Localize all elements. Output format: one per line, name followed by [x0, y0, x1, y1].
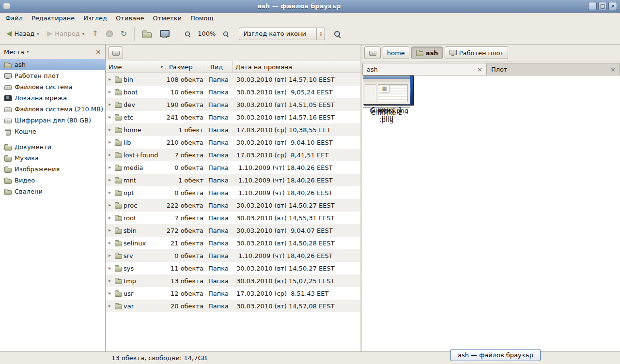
- expander-icon[interactable]: ▶: [108, 254, 113, 258]
- tab-close-icon[interactable]: ×: [610, 66, 616, 73]
- menu-item[interactable]: Редактиране: [27, 14, 79, 23]
- table-row[interactable]: ▶ proc 222 обекта Папка 30.03.2010 (вт) …: [106, 199, 360, 212]
- path-button[interactable]: home: [383, 46, 409, 59]
- zoom-out-button[interactable]: [180, 28, 195, 40]
- close-button[interactable]: ×: [608, 2, 617, 10]
- table-row[interactable]: ▶ opt 0 обекта Папка 1.10.2009 (чт) 18,4…: [106, 186, 360, 199]
- expander-icon[interactable]: ▶: [108, 90, 113, 94]
- places-item[interactable]: Файлова система (210 MB): [0, 104, 105, 115]
- expander-icon[interactable]: ▶: [108, 266, 113, 270]
- expander-icon[interactable]: ▶: [108, 115, 113, 119]
- cell-name: ▶ boot: [106, 88, 166, 96]
- column-header-name[interactable]: Име ▾: [106, 61, 166, 73]
- places-header[interactable]: Места ▾ ×: [0, 45, 105, 59]
- back-button[interactable]: ◀ Назад ▾: [3, 28, 43, 40]
- table-row[interactable]: ▶ root ? обекта Папка 30.03.2010 (вт) 14…: [106, 212, 360, 224]
- table-row[interactable]: ▶ usr 12 обекта Папка 17.03.2010 (ср) 8,…: [106, 287, 360, 300]
- expander-icon[interactable]: ▶: [108, 128, 113, 132]
- table-row[interactable]: ▶ boot 10 обекта Папка 30.03.2010 (вт) 9…: [106, 86, 360, 98]
- column-header-date[interactable]: Дата на промяна: [232, 61, 360, 73]
- view-mode-select[interactable]: Изглед като икони ▴ ▾: [239, 28, 325, 40]
- folder-icon: [114, 88, 122, 96]
- icon-view-item[interactable]: Снимка-1.png: [362, 76, 411, 121]
- expander-icon[interactable]: ▶: [108, 304, 113, 308]
- view-mode-spinner[interactable]: ▴ ▾: [316, 28, 325, 40]
- table-row[interactable]: ▶ tmp 13 обекта Папка 30.03.2010 (вт) 15…: [106, 274, 360, 287]
- expander-icon[interactable]: ▶: [108, 241, 113, 245]
- place-icon: [4, 177, 12, 184]
- places-item[interactable]: ash: [0, 59, 105, 70]
- table-row[interactable]: ▶ lost+found ? обекта Папка 17.03.2010 (…: [106, 149, 360, 161]
- expander-icon[interactable]: ▶: [108, 191, 113, 195]
- menu-item[interactable]: Файл: [1, 14, 27, 23]
- places-close-button[interactable]: ×: [95, 48, 101, 55]
- titlebar[interactable]: ash — файлов браузър − □ ×: [0, 0, 620, 13]
- table-row[interactable]: ▶ mnt 1 обект Папка 1.10.2009 (чт) 18,40…: [106, 174, 360, 186]
- table-row[interactable]: ▶ media 0 обекта Папка 1.10.2009 (чт) 18…: [106, 161, 360, 174]
- file-name: home: [124, 126, 141, 134]
- table-row[interactable]: ▶ selinux 21 обекта Папка 30.03.2010 (вт…: [106, 237, 360, 249]
- cell-date: 30.03.2010 (вт) 14,51,05 EEST: [232, 101, 360, 108]
- expander-icon[interactable]: ▶: [108, 140, 113, 144]
- cell-name: ▶ etc: [106, 113, 166, 121]
- tab[interactable]: ash ×: [362, 63, 487, 75]
- table-row[interactable]: ▶ dev 190 обекта Папка 30.03.2010 (вт) 1…: [106, 98, 360, 111]
- minimize-button[interactable]: −: [588, 2, 597, 10]
- expander-icon[interactable]: ▶: [108, 203, 113, 207]
- zoom-in-button[interactable]: [218, 28, 233, 40]
- home-button[interactable]: [139, 28, 155, 40]
- table-row[interactable]: ▶ home 1 обект Папка 17.03.2010 (ср) 10,…: [106, 123, 360, 136]
- menu-item[interactable]: Помощ: [186, 14, 218, 23]
- maximize-button[interactable]: □: [598, 2, 607, 10]
- places-item[interactable]: Файлова система: [0, 81, 105, 92]
- forward-button[interactable]: ▶ Напред ▾: [44, 28, 88, 40]
- places-item[interactable]: [0, 137, 105, 141]
- tab-close-icon[interactable]: ×: [477, 66, 482, 73]
- file-name: opt: [124, 189, 134, 197]
- menu-item[interactable]: Изглед: [79, 14, 111, 23]
- places-item[interactable]: Работен плот: [0, 70, 105, 81]
- path-button[interactable]: ash: [411, 46, 443, 59]
- menu-item[interactable]: Отметки: [148, 14, 186, 23]
- path-button[interactable]: [364, 46, 381, 59]
- column-header-type[interactable]: Вид: [207, 61, 232, 73]
- expander-icon[interactable]: ▶: [108, 216, 113, 220]
- expander-icon[interactable]: ▶: [108, 228, 113, 232]
- root-location-button[interactable]: [108, 46, 123, 59]
- tab[interactable]: Плот ×: [487, 63, 620, 75]
- up-button[interactable]: ↑: [89, 28, 102, 40]
- expander-icon[interactable]: ▶: [108, 153, 113, 157]
- places-item[interactable]: Изображения: [0, 164, 105, 175]
- expander-icon[interactable]: ▶: [108, 279, 113, 283]
- table-row[interactable]: ▶ lib 210 обекта Папка 30.03.2010 (вт) 9…: [106, 136, 360, 149]
- table-row[interactable]: ▶ bin 108 обекта Папка 30.03.2010 (вт) 1…: [106, 73, 360, 86]
- search-button[interactable]: [330, 28, 344, 40]
- expander-icon[interactable]: ▶: [108, 291, 113, 295]
- computer-button[interactable]: [156, 27, 172, 40]
- places-sidebar: Места ▾ × ash Работен плот: [0, 45, 106, 351]
- stop-button[interactable]: [103, 28, 116, 40]
- table-row[interactable]: ▶ sbin 272 обекта Папка 30.03.2010 (вт) …: [106, 224, 360, 237]
- expander-icon[interactable]: ▶: [108, 103, 113, 106]
- column-header-size[interactable]: Размер: [166, 61, 207, 73]
- table-row[interactable]: ▶ var 20 обекта Папка 30.03.2010 (вт) 14…: [106, 300, 360, 312]
- expander-icon[interactable]: ▶: [108, 166, 113, 169]
- places-item[interactable]: Локална мрежа: [0, 92, 105, 104]
- places-item[interactable]: Шифриран дял (80 GB): [0, 115, 105, 126]
- expander-icon[interactable]: ▶: [108, 178, 113, 182]
- places-item[interactable]: Кошче: [0, 126, 105, 137]
- back-dropdown-icon[interactable]: ▾: [37, 31, 39, 36]
- file-name: media: [124, 164, 143, 171]
- table-row[interactable]: ▶ srv 0 обекта Папка 1.10.2009 (чт) 18,4…: [106, 249, 360, 262]
- places-item[interactable]: Видео: [0, 175, 105, 186]
- places-item[interactable]: Документи: [0, 141, 105, 152]
- places-item[interactable]: Свалени: [0, 186, 105, 197]
- cell-date: 17.03.2010 (ср) 8,51,43 EET: [232, 290, 360, 297]
- expander-icon[interactable]: ▶: [108, 77, 113, 81]
- places-item[interactable]: Музика: [0, 152, 105, 164]
- path-button[interactable]: Работен плот: [445, 46, 508, 59]
- table-row[interactable]: ▶ etc 241 обекта Папка 30.03.2010 (вт) 1…: [106, 111, 360, 123]
- menu-item[interactable]: Отиване: [111, 14, 148, 23]
- reload-button[interactable]: ↻: [117, 28, 130, 40]
- table-row[interactable]: ▶ sys 11 обекта Папка 30.03.2010 (вт) 14…: [106, 262, 360, 274]
